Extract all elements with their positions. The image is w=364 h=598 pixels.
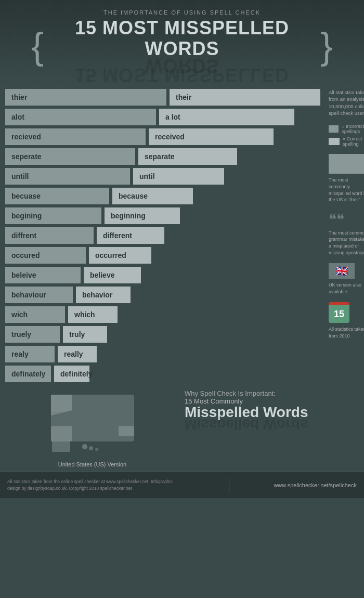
- title-row: { 15 Most Misspelled Words 15 Most Missp…: [31, 18, 333, 79]
- stats-2010-text: All statistics taken from 2010: [329, 326, 364, 339]
- header: The Importance of Using Spell Check { 15…: [0, 0, 364, 84]
- brace-open: {: [31, 27, 44, 70]
- title-shadow: 15 Most Misspelled Words: [49, 61, 315, 80]
- bottom-section: United States (US) Version Why Spell Che…: [0, 385, 364, 472]
- legend-incorrect: = Incorrect spellings: [329, 124, 364, 134]
- word-row: thiertheir: [5, 89, 320, 106]
- word-correct-8: occurred: [89, 247, 151, 264]
- word-correct-10: behavior: [76, 287, 131, 303]
- legend-incorrect-box: [329, 125, 339, 133]
- calendar-number: 15: [334, 309, 344, 320]
- stats-note-text: All statistics taken from an analysis of…: [329, 89, 364, 116]
- legend-correct-label: = Correct spelling: [343, 136, 364, 147]
- word-row: behaviourbehavior: [5, 287, 320, 303]
- word-row: seperateseparate: [5, 148, 320, 165]
- most-misspelled-section: The most commonly misspelled word in the…: [329, 154, 364, 203]
- most-misspelled-box: [329, 154, 364, 174]
- word-correct-2: received: [149, 128, 274, 145]
- footer-left: All statistics taken from the online spe…: [7, 478, 184, 492]
- word-row: diffrentdifferent: [5, 227, 320, 244]
- why-text: Why Spell Check Is Important:: [185, 389, 359, 397]
- quote-icon: ❝❝: [329, 211, 364, 228]
- word-correct-14: definitely: [54, 366, 89, 382]
- words-section: thiertheiralota lotrecievedreceivedseper…: [5, 89, 324, 385]
- word-row: recievedreceived: [5, 128, 320, 145]
- us-map-container: United States (US) Version: [5, 389, 179, 467]
- word-correct-4: until: [133, 168, 224, 185]
- word-correct-11: which: [68, 306, 118, 323]
- svg-rect-8: [52, 439, 70, 452]
- svg-point-10: [89, 446, 93, 450]
- sidebar-stats-note: All statistics taken from an analysis of…: [329, 89, 364, 116]
- word-incorrect-1: alot: [5, 109, 156, 125]
- brace-close: }: [320, 27, 333, 70]
- word-row: occuredoccurred: [5, 247, 320, 264]
- calendar-section: 15 All statistics taken from 2010: [329, 302, 364, 339]
- word-incorrect-4: untill: [5, 168, 130, 185]
- word-incorrect-8: occured: [5, 247, 86, 264]
- word-incorrect-14: definately: [5, 366, 51, 382]
- uk-label: UK version also available: [329, 282, 364, 295]
- word-correct-3: separate: [138, 148, 237, 165]
- legend-incorrect-label: = Incorrect spellings: [342, 124, 364, 134]
- word-incorrect-7: diffrent: [5, 227, 94, 244]
- svg-point-11: [95, 448, 98, 451]
- footer: All statistics taken from the online spe…: [0, 472, 364, 498]
- word-correct-7: different: [97, 227, 164, 244]
- legend-correct-box: [329, 138, 340, 145]
- word-row: untilluntil: [5, 168, 320, 185]
- footer-divider: [229, 477, 229, 493]
- us-map: [41, 389, 145, 457]
- main-title: 15 Most Misspelled Words: [49, 18, 315, 59]
- word-row: alota lot: [5, 109, 320, 125]
- word-incorrect-6: begining: [5, 207, 101, 224]
- word-incorrect-12: truely: [5, 326, 60, 343]
- calendar-icon: 15: [329, 302, 349, 323]
- word-correct-5: because: [112, 188, 193, 204]
- word-row: beginingbeginning: [5, 207, 320, 224]
- word-incorrect-5: becuase: [5, 188, 109, 204]
- word-incorrect-3: seperate: [5, 148, 135, 165]
- word-correct-6: beginning: [105, 207, 180, 224]
- word-correct-0: their: [170, 89, 320, 106]
- word-incorrect-2: recieved: [5, 128, 146, 145]
- word-correct-9: believe: [84, 267, 141, 283]
- word-row: beleivebelieve: [5, 267, 320, 283]
- word-row: definatelydefinitely: [5, 366, 320, 382]
- footer-right: www.spellchecker.net/spellcheck: [274, 482, 357, 488]
- main-content: thiertheiralota lotrecievedreceivedseper…: [0, 84, 364, 385]
- svg-rect-3: [119, 426, 134, 436]
- word-row: realyreally: [5, 346, 320, 362]
- word-incorrect-10: behaviour: [5, 287, 73, 303]
- legend-correct: = Correct spelling: [329, 136, 364, 147]
- legend-section: = Incorrect spellings = Correct spelling: [329, 124, 364, 147]
- uk-flag-icon: 🇬🇧: [329, 263, 355, 279]
- svg-point-9: [82, 444, 87, 449]
- subtitle: The Importance of Using Spell Check: [31, 9, 333, 16]
- word-incorrect-13: realy: [5, 346, 55, 362]
- grammar-section: ❝❝ The most common grammar mistake is a …: [329, 211, 364, 256]
- uk-section: 🇬🇧 UK version also available: [329, 263, 364, 295]
- sidebar: All statistics taken from an analysis of…: [324, 89, 364, 385]
- word-correct-13: really: [58, 346, 97, 362]
- word-incorrect-9: beleive: [5, 267, 81, 283]
- us-map-label: United States (US) Version: [5, 461, 179, 467]
- word-incorrect-11: wich: [5, 306, 65, 323]
- word-correct-12: truly: [63, 326, 107, 343]
- bottom-promo: Why Spell Check Is Important: 15 Most Co…: [185, 389, 359, 428]
- word-correct-1: a lot: [159, 109, 294, 125]
- word-row: becuasebecause: [5, 188, 320, 204]
- word-row: truelytruly: [5, 326, 320, 343]
- grammar-text: The most common grammar mistake is a mis…: [329, 230, 364, 256]
- most-misspelled-text: The most commonly misspelled word in the…: [329, 177, 364, 203]
- word-incorrect-0: thier: [5, 89, 166, 106]
- word-row: wichwhich: [5, 306, 320, 323]
- misspelled-shadow: Misspelled Words: [185, 420, 359, 428]
- main-title-block: 15 Most Misspelled Words 15 Most Misspel…: [49, 18, 315, 79]
